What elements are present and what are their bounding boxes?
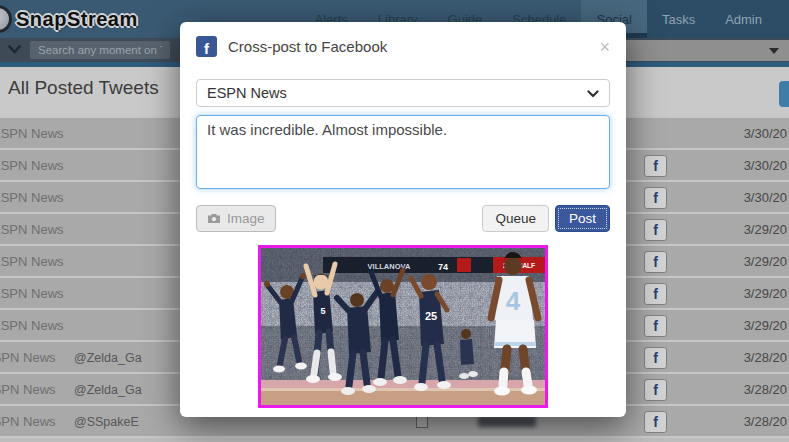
tweet-source: ESPN News [0,190,64,205]
image-button-label: Image [227,211,265,226]
tweet-handle: @Zelda_Ga [74,383,142,397]
facebook-icon[interactable]: f [644,251,667,273]
tweet-source: ESPN News [0,254,64,269]
tweet-date: 3/30/20 [744,126,787,141]
tweet-source: ESPN News [0,286,64,301]
chevron-down-icon[interactable] [8,45,21,54]
tweet-source: ESPN News [0,318,64,333]
new-post-button-edge[interactable] [779,81,789,107]
facebook-icon[interactable]: f [644,411,667,433]
camera-icon [207,213,221,224]
obscured-icon [416,416,428,428]
post-button-label: Post [569,211,596,226]
tweet-handle: @Zelda_Ga [74,351,142,365]
tweet-source: ESPN News [0,382,56,397]
tweet-date: 3/29/20 [744,286,787,301]
tweet-source: ESPN News [0,414,56,429]
queue-button[interactable]: Queue [482,205,549,232]
tweet-date: 3/30/20 [744,190,787,205]
tweet-date: 3/29/20 [744,318,787,333]
tweet-source: ESPN News [0,126,64,141]
message-textarea[interactable]: It was incredible. Almost impossible. [196,115,610,189]
page-title: All Posted Tweets [8,77,159,99]
tweet-date: 3/28/20 [744,382,787,397]
app-screen: SnapStream AlertsLibraryGuideScheduleSoc… [0,0,789,442]
tweet-source: ESPN News [0,158,64,173]
caret-down-icon [769,48,779,54]
nav-item-admin[interactable]: Admin [710,0,777,38]
modal-header: f Cross-post to Facebook × [180,22,626,67]
facebook-icon[interactable]: f [644,347,667,369]
modal-body: ESPN News It was incredible. Almost impo… [180,79,626,408]
search-input[interactable] [30,41,170,59]
tweet-date: 3/28/20 [744,414,787,429]
close-icon[interactable]: × [599,38,610,56]
facebook-icon[interactable]: f [644,219,667,241]
facebook-icon[interactable]: f [644,379,667,401]
tweet-date: 3/28/20 [744,350,787,365]
tweet-date: 3/30/20 [744,158,787,173]
post-button[interactable]: Post [555,205,610,232]
account-select[interactable]: ESPN News [196,79,610,107]
facebook-icon: f [196,36,217,57]
facebook-icon[interactable]: f [644,187,667,209]
chevron-down-icon [587,90,599,98]
svg-text:74: 74 [438,262,448,272]
logo-text: SnapStream [16,8,138,31]
account-select-value: ESPN News [207,85,287,101]
svg-text:4: 4 [506,286,521,316]
nav-right-group: TasksAdmin [647,0,789,38]
facebook-icon[interactable]: f [644,155,667,177]
attached-photo: VILLANOVA 74 2ND HALF [258,245,548,408]
svg-text:5: 5 [320,306,325,316]
app-logo[interactable]: SnapStream [0,0,138,38]
image-button[interactable]: Image [196,205,276,232]
basketball-photo-illustration: VILLANOVA 74 2ND HALF [261,248,545,405]
queue-button-label: Queue [495,211,536,226]
tweet-date: 3/29/20 [744,222,787,237]
svg-text:25: 25 [425,310,437,322]
modal-actions: Image Queue Post [196,205,610,232]
tweet-source: ESPN News [0,222,64,237]
tweet-source: ESPN News [0,350,56,365]
modal-title: Cross-post to Facebook [228,38,387,55]
channel-dropdown[interactable] [620,40,789,61]
facebook-icon[interactable]: f [644,283,667,305]
crosspost-modal: f Cross-post to Facebook × ESPN News It … [180,22,626,417]
obscured-content [478,416,536,427]
logo-icon [0,5,12,33]
table-row: f [0,436,789,442]
tweet-handle: @SSpakeE [74,415,139,429]
facebook-icon[interactable]: f [644,315,667,337]
tweet-date: 3/29/20 [744,254,787,269]
nav-item-tasks[interactable]: Tasks [647,0,710,38]
